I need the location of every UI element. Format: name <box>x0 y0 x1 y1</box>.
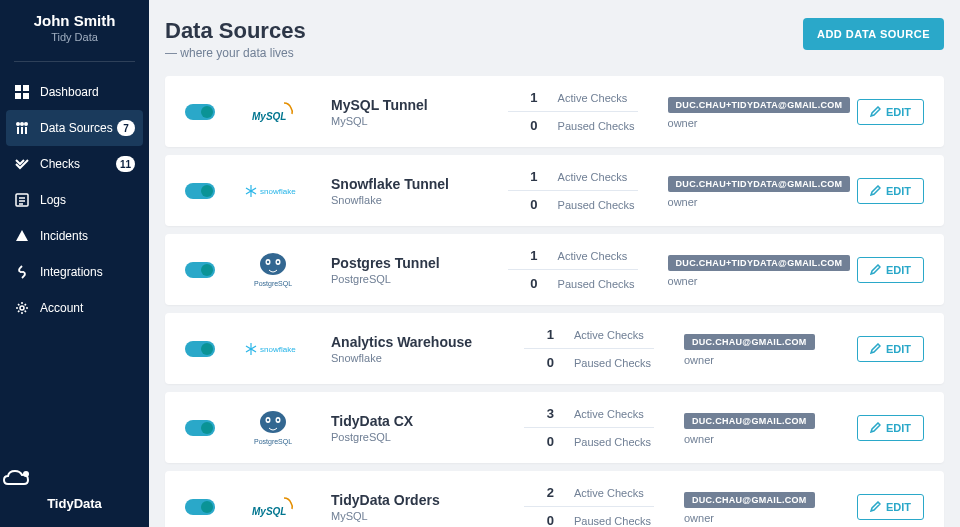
svg-text:PostgreSQL: PostgreSQL <box>254 438 292 446</box>
nav-integrations[interactable]: Integrations <box>0 254 149 290</box>
edit-button[interactable]: EDIT <box>857 99 924 125</box>
nav-label: Dashboard <box>40 85 99 99</box>
paused-label: Paused Checks <box>558 199 635 211</box>
name-col: Snowflake Tunnel Snowflake <box>331 176 501 206</box>
edit-button[interactable]: EDIT <box>857 336 924 362</box>
ds-type: MySQL <box>331 510 501 522</box>
enable-toggle[interactable] <box>185 420 215 436</box>
ds-type: PostgreSQL <box>331 273 501 285</box>
svg-rect-2 <box>15 93 21 99</box>
incidents-icon <box>14 228 30 244</box>
active-count: 3 <box>524 406 554 421</box>
owner-col: DUC.CHAU+TIDYDATA@GMAIL.COM owner <box>668 94 851 129</box>
edit-button[interactable]: EDIT <box>857 494 924 520</box>
nav-label: Checks <box>40 157 80 171</box>
nav-label: Data Sources <box>40 121 113 135</box>
edit-button[interactable]: EDIT <box>857 257 924 283</box>
owner-role: owner <box>668 275 851 287</box>
paused-count: 0 <box>524 434 554 449</box>
page-title: Data Sources <box>165 18 306 44</box>
nav-account[interactable]: Account <box>0 290 149 326</box>
sidebar: John Smith Tidy Data Dashboard Data Sour… <box>0 0 149 527</box>
pencil-icon <box>870 501 881 512</box>
stats-col: 1 Active Checks 0 Paused Checks <box>508 90 638 133</box>
active-count: 1 <box>508 90 538 105</box>
nav-data-sources[interactable]: Data Sources 7 <box>6 110 143 146</box>
owner-email: DUC.CHAU@GMAIL.COM <box>684 413 815 429</box>
stats-col: 1 Active Checks 0 Paused Checks <box>524 327 654 370</box>
nav-badge: 11 <box>116 156 135 172</box>
name-col: TidyData Orders MySQL <box>331 492 501 522</box>
add-data-source-button[interactable]: ADD DATA SOURCE <box>803 18 944 50</box>
nav-dashboard[interactable]: Dashboard <box>0 74 149 110</box>
enable-toggle[interactable] <box>185 183 215 199</box>
svg-text:MySQL: MySQL <box>252 111 286 122</box>
svg-point-5 <box>20 122 24 126</box>
svg-point-16 <box>23 471 29 477</box>
ds-name: TidyData CX <box>331 413 501 429</box>
brand-name: TidyData <box>0 496 149 511</box>
paused-count: 0 <box>508 276 538 291</box>
enable-toggle[interactable] <box>185 499 215 515</box>
edit-label: EDIT <box>886 264 911 276</box>
db-logo: snowflake <box>233 181 313 201</box>
nav-badge: 7 <box>117 120 135 136</box>
svg-text:snowflake: snowflake <box>260 187 296 196</box>
svg-rect-3 <box>23 93 29 99</box>
brand: TidyData <box>0 450 149 527</box>
paused-count: 0 <box>508 197 538 212</box>
name-col: TidyData CX PostgreSQL <box>331 413 501 443</box>
owner-col: DUC.CHAU@GMAIL.COM owner <box>684 331 834 366</box>
nav-incidents[interactable]: Incidents <box>0 218 149 254</box>
data-source-card: snowflake Analytics Warehouse Snowflake … <box>165 313 944 384</box>
logs-icon <box>14 192 30 208</box>
nav-logs[interactable]: Logs <box>0 182 149 218</box>
nav-label: Integrations <box>40 265 103 279</box>
db-logo: MySQL <box>233 493 313 521</box>
enable-toggle[interactable] <box>185 262 215 278</box>
svg-text:snowflake: snowflake <box>260 345 296 354</box>
owner-role: owner <box>684 512 834 524</box>
db-logo: MySQL <box>233 98 313 126</box>
paused-label: Paused Checks <box>574 436 651 448</box>
page-subtitle: — where your data lives <box>165 46 306 60</box>
active-label: Active Checks <box>558 171 628 183</box>
checks-icon <box>14 156 30 172</box>
paused-count: 0 <box>524 513 554 527</box>
stats-col: 1 Active Checks 0 Paused Checks <box>508 169 638 212</box>
nav-checks[interactable]: Checks 11 <box>0 146 149 182</box>
db-logo: PostgreSQL <box>233 250 313 290</box>
edit-button[interactable]: EDIT <box>857 178 924 204</box>
ds-name: Snowflake Tunnel <box>331 176 501 192</box>
owner-role: owner <box>668 117 851 129</box>
svg-text:PostgreSQL: PostgreSQL <box>254 280 292 288</box>
pencil-icon <box>870 343 881 354</box>
owner-col: DUC.CHAU@GMAIL.COM owner <box>684 489 834 524</box>
data-source-card: MySQL TidyData Orders MySQL 2 Active Che… <box>165 471 944 527</box>
stats-col: 3 Active Checks 0 Paused Checks <box>524 406 654 449</box>
pencil-icon <box>870 264 881 275</box>
edit-button[interactable]: EDIT <box>857 415 924 441</box>
active-label: Active Checks <box>574 408 644 420</box>
data-source-card: snowflake Snowflake Tunnel Snowflake 1 A… <box>165 155 944 226</box>
active-count: 2 <box>524 485 554 500</box>
stats-col: 2 Active Checks 0 Paused Checks <box>524 485 654 527</box>
enable-toggle[interactable] <box>185 104 215 120</box>
name-col: Analytics Warehouse Snowflake <box>331 334 501 364</box>
nav-label: Account <box>40 301 83 315</box>
data-source-card: PostgreSQL TidyData CX PostgreSQL 3 Acti… <box>165 392 944 463</box>
owner-email: DUC.CHAU@GMAIL.COM <box>684 492 815 508</box>
svg-point-6 <box>24 122 28 126</box>
svg-rect-9 <box>25 127 27 134</box>
data-source-card: PostgreSQL Postgres Tunnel PostgreSQL 1 … <box>165 234 944 305</box>
brand-logo-icon <box>0 466 36 492</box>
enable-toggle[interactable] <box>185 341 215 357</box>
name-col: Postgres Tunnel PostgreSQL <box>331 255 501 285</box>
nav-label: Logs <box>40 193 66 207</box>
divider <box>14 61 135 62</box>
active-label: Active Checks <box>574 487 644 499</box>
user-name: John Smith <box>12 12 137 29</box>
paused-label: Paused Checks <box>558 278 635 290</box>
pencil-icon <box>870 185 881 196</box>
integrations-icon <box>14 264 30 280</box>
